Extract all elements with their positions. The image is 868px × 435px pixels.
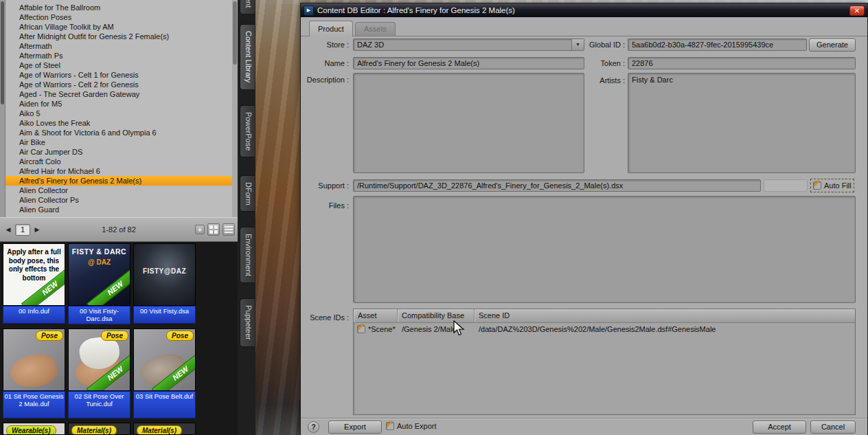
list-item[interactable]: Aiko 5 <box>5 109 232 118</box>
auto-fill-checkbox[interactable]: ✔ <box>813 181 821 190</box>
list-item[interactable]: Alien Collector Ps <box>5 195 232 205</box>
list-item[interactable]: Age of Steel <box>5 60 232 70</box>
checkmark-icon: ✔ <box>386 419 393 429</box>
material-badge: Material(s) <box>137 425 182 435</box>
token-input[interactable] <box>628 57 856 69</box>
accept-button[interactable]: Accept <box>753 421 806 434</box>
global-id-label: Global ID : <box>577 40 625 49</box>
thumbnail[interactable]: Material(s) <box>133 423 196 435</box>
list-item[interactable]: Affable for The Ballroom <box>5 3 232 12</box>
list-item-selected[interactable]: Alfred's Finery for Genesis 2 Male(s) <box>5 176 232 186</box>
list-view-button[interactable] <box>222 223 235 236</box>
description-textarea[interactable] <box>353 73 584 173</box>
artists-textarea[interactable]: Fisty & Darc <box>628 73 856 173</box>
new-ribbon: NEW <box>152 349 196 391</box>
support-browse-area[interactable] <box>764 179 808 192</box>
column-header-scene-id[interactable]: Scene ID <box>475 309 855 322</box>
thumbnail-image: Apply after a full body pose, this only … <box>3 243 65 306</box>
artists-label: Artists : <box>577 76 625 85</box>
thumbnail[interactable]: FISTY & DARC @ DAZ NEW 00 Visit Fisty-Da… <box>68 243 130 324</box>
name-label: Name : <box>301 58 349 68</box>
auto-export-control[interactable]: ✔ Auto Export <box>386 422 436 430</box>
thumbnail-image: Pose NEW <box>133 328 196 391</box>
list-item[interactable]: Alien Guard <box>5 205 232 214</box>
export-button[interactable]: Export <box>328 421 382 434</box>
tab-product[interactable]: Product <box>309 21 353 36</box>
auto-export-checkbox[interactable]: ✔ <box>386 422 394 430</box>
list-item[interactable]: Alfred Hair for Michael 6 <box>5 166 232 176</box>
list-view-icon <box>225 226 233 234</box>
pose-badge: Pose <box>36 331 63 341</box>
grid-view-button[interactable] <box>207 223 220 236</box>
support-input[interactable] <box>353 179 761 192</box>
thumbnail-grid: Apply after a full body pose, this only … <box>0 242 238 435</box>
list-item[interactable]: After Midnight Outfit for Genesis 2 Fema… <box>5 32 232 41</box>
list-item[interactable]: Aged - The Secret Garden Gateway <box>5 89 232 99</box>
name-input[interactable] <box>353 57 584 69</box>
pose-badge: Pose <box>101 331 128 341</box>
thumbnail-caption: FISTY & DARC <box>69 244 130 256</box>
tab-assets[interactable]: Assets <box>355 22 396 36</box>
list-item[interactable]: Air Bike <box>5 137 232 147</box>
pose-badge: Pose <box>166 331 194 341</box>
page-input[interactable] <box>15 224 30 236</box>
scrollbar-thumb[interactable] <box>233 1 237 65</box>
side-tab-environment[interactable]: Environment <box>240 227 255 283</box>
new-ribbon: NEW <box>87 264 130 306</box>
thumbnail[interactable]: Pose NEW 03 Sit Pose Belt.duf <box>133 328 196 419</box>
store-select[interactable]: DAZ 3D ▼ <box>353 38 584 51</box>
column-header-asset[interactable]: Asset <box>354 309 398 322</box>
list-item[interactable]: Aim & Shoot for Victoria 6 and Olympia 6 <box>5 128 232 137</box>
scene-ids-table: Asset Compatibility Base Scene ID ✔ *Sce… <box>353 309 856 415</box>
thumbnail[interactable]: FISTY@DAZ 00 Visit Fisty.dsa <box>133 243 196 324</box>
thumbnail[interactable]: Apply after a full body pose, this only … <box>3 243 65 324</box>
side-tab-dform[interactable]: DForm <box>240 175 255 212</box>
scene-row-checkbox[interactable]: ✔ <box>357 325 365 333</box>
list-item[interactable]: Affection Poses <box>5 12 232 22</box>
files-area[interactable] <box>353 196 856 303</box>
list-scrollbar[interactable] <box>232 0 238 217</box>
help-button[interactable]: ? <box>308 421 319 433</box>
description-label: Description : <box>301 75 349 85</box>
side-tab-puppeteer[interactable]: Puppeteer <box>240 298 255 347</box>
dialog-titlebar[interactable]: ▶ Content DB Editor : Alfred's Finery fo… <box>301 3 867 17</box>
list-item[interactable]: Air Car Jumper DS <box>5 147 232 157</box>
list-item[interactable]: Aircraft Colo <box>5 157 232 166</box>
thumbnail-label: 00 Visit Fisty-Darc.dsa <box>68 306 130 324</box>
scrollbar-thumb[interactable] <box>1 1 4 104</box>
list-item[interactable]: Aftermath <box>5 41 232 51</box>
prev-page-button[interactable]: ◀ <box>3 224 14 235</box>
next-page-button[interactable]: ▶ <box>32 224 43 235</box>
thumbnail-label: 02 Sit Pose Over Tunic.duf <box>68 391 130 419</box>
table-row[interactable]: ✔ *Scene* /Genesis 2/Male /data/DAZ%203D… <box>354 323 855 335</box>
list-item[interactable]: Aiden for M5 <box>5 99 232 109</box>
cancel-button[interactable]: Cancel <box>810 421 856 434</box>
close-button[interactable]: ✕ <box>849 5 865 16</box>
close-icon: ✕ <box>854 7 860 14</box>
dialog-title: Content DB Editor : Alfred's Finery for … <box>317 6 515 14</box>
thumb-size-button[interactable]: + <box>195 225 205 234</box>
thumbnail[interactable]: Pose 01 Sit Pose Genesis 2 Male.duf <box>3 328 65 419</box>
side-tab-powerpose[interactable]: PowerPose <box>240 105 255 157</box>
list-item[interactable]: Age of Warriors - Celt 1 for Genesis <box>5 70 232 80</box>
global-id-input[interactable] <box>628 38 807 51</box>
list-item[interactable]: African Village Toolkit by AM <box>5 22 232 32</box>
grid-view-icon <box>209 225 218 234</box>
auto-fill-control[interactable]: ✔ Auto Fill <box>810 179 854 192</box>
screen: Affable for The Ballroom Affection Poses… <box>0 0 868 435</box>
generate-button[interactable]: Generate <box>809 38 856 52</box>
list-item[interactable]: Age of Warriors - Celt 2 for Genesis <box>5 80 232 89</box>
list-item[interactable]: Aiko Loves the Freak <box>5 118 232 128</box>
column-header-compatibility-base[interactable]: Compatibility Base <box>398 309 475 322</box>
thumbnail-caption: FISTY@DAZ <box>134 244 195 275</box>
wearable-badge: Wearable(s) <box>6 425 56 435</box>
side-tab-clipped[interactable]: ent <box>240 0 255 14</box>
side-tab-content-library[interactable]: Content Library <box>240 24 255 89</box>
thumbnail[interactable]: Wearable(s) <box>3 423 65 435</box>
list-item[interactable]: Alien Collector <box>5 186 232 195</box>
thumbnail[interactable]: Material(s) <box>68 423 130 435</box>
list-scrollbar-left[interactable] <box>0 0 5 217</box>
material-badge: Material(s) <box>71 425 117 435</box>
thumbnail[interactable]: Pose NEW 02 Sit Pose Over Tunic.duf <box>68 328 130 419</box>
list-item[interactable]: Aftermath Ps <box>5 51 232 60</box>
